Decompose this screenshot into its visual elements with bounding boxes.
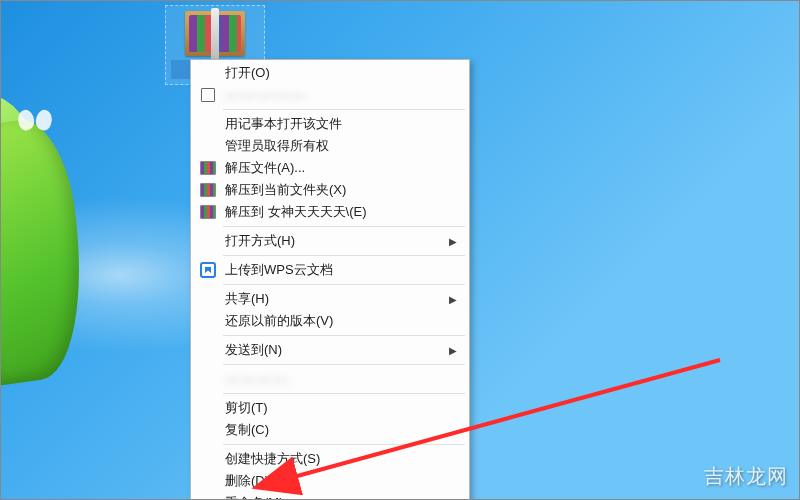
menu-extract-files[interactable]: 解压文件(A)... (193, 157, 467, 179)
menu-cut[interactable]: 剪切(T) (193, 397, 467, 419)
menu-label: 发送到(N) (225, 341, 282, 359)
chevron-right-icon: ▶ (449, 236, 457, 247)
rar-archive-icon (185, 11, 245, 56)
menu-label: 剪切(T) (225, 399, 268, 417)
menu-blurred-item[interactable]: — — — — — (193, 84, 467, 106)
menu-upload-wps[interactable]: 上传到WPS云文档 (193, 259, 467, 281)
menu-rename[interactable]: 重命名(M) (193, 492, 467, 500)
menu-extract-here[interactable]: 解压到当前文件夹(X) (193, 179, 467, 201)
rar-archive-icon (199, 181, 217, 199)
menu-label: 删除(D) (225, 472, 269, 490)
menu-label: 创建快捷方式(S) (225, 450, 320, 468)
decoration-butterfly (18, 110, 52, 138)
menu-label: 复制(C) (225, 421, 269, 439)
menu-separator (223, 109, 465, 110)
context-menu: 打开(O) — — — — — 用记事本打开该文件 管理员取得所有权 解压文件(… (190, 59, 470, 500)
wps-cloud-icon (199, 261, 217, 279)
menu-blurred-item[interactable]: — — — — (193, 368, 467, 390)
menu-label: 管理员取得所有权 (225, 137, 329, 155)
menu-label: 解压到当前文件夹(X) (225, 181, 346, 199)
menu-separator (223, 364, 465, 365)
chevron-right-icon: ▶ (449, 294, 457, 305)
menu-label: — — — — — (225, 88, 304, 103)
menu-separator (223, 335, 465, 336)
menu-separator (223, 284, 465, 285)
menu-open-with[interactable]: 打开方式(H) ▶ (193, 230, 467, 252)
watermark: 吉林龙网 (704, 463, 788, 490)
rar-archive-icon (199, 203, 217, 221)
menu-label: 打开(O) (225, 64, 270, 82)
menu-label: 还原以前的版本(V) (225, 312, 333, 330)
menu-extract-to-folder[interactable]: 解压到 女神天天天天\(E) (193, 201, 467, 223)
menu-open-with-notepad[interactable]: 用记事本打开该文件 (193, 113, 467, 135)
menu-delete[interactable]: 删除(D) (193, 470, 467, 492)
menu-label: 重命名(M) (225, 494, 284, 500)
menu-separator (223, 226, 465, 227)
menu-create-shortcut[interactable]: 创建快捷方式(S) (193, 448, 467, 470)
menu-share[interactable]: 共享(H) ▶ (193, 288, 467, 310)
menu-separator (223, 393, 465, 394)
menu-label: — — — — (225, 372, 288, 387)
menu-take-ownership[interactable]: 管理员取得所有权 (193, 135, 467, 157)
menu-label: 解压文件(A)... (225, 159, 305, 177)
menu-label: 上传到WPS云文档 (225, 261, 333, 279)
menu-label: 解压到 女神天天天天\(E) (225, 203, 367, 221)
chevron-right-icon: ▶ (449, 345, 457, 356)
menu-label: 用记事本打开该文件 (225, 115, 342, 133)
menu-label: 打开方式(H) (225, 232, 295, 250)
menu-open[interactable]: 打开(O) (193, 62, 467, 84)
share-icon (199, 86, 217, 104)
menu-restore-previous[interactable]: 还原以前的版本(V) (193, 310, 467, 332)
menu-separator (223, 444, 465, 445)
menu-send-to[interactable]: 发送到(N) ▶ (193, 339, 467, 361)
menu-copy[interactable]: 复制(C) (193, 419, 467, 441)
rar-archive-icon (199, 159, 217, 177)
menu-label: 共享(H) (225, 290, 269, 308)
menu-separator (223, 255, 465, 256)
